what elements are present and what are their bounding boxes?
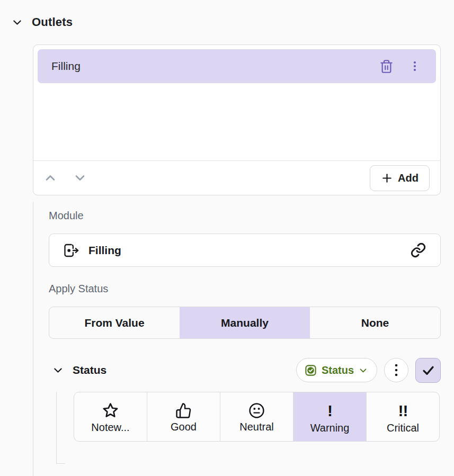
outlets-list-panel: Filling [33,44,441,195]
status-option-label: Critical [387,422,419,434]
chevron-down-icon [359,366,368,375]
module-outlet-icon [62,243,79,258]
status-option-label: Good [171,421,197,433]
status-option-noteworthy[interactable]: Notew... [74,392,147,441]
add-outlet-button[interactable]: Add [370,165,430,191]
status-menu-button[interactable] [384,358,408,382]
status-header-actions: Status [296,358,441,383]
neutral-face-icon [248,402,265,419]
status-value-picker: Notew... Good Neutral ! Warning !! Criti… [74,392,440,442]
status-option-label: Notew... [91,421,129,434]
indent-guide-line [33,202,33,476]
segment-manually[interactable]: Manually [180,307,310,338]
reorder-controls [42,169,88,186]
status-option-label: Warning [310,422,350,434]
star-icon [102,402,119,419]
status-option-critical[interactable]: !! Critical [366,392,439,441]
status-type-dropdown[interactable]: Status [296,358,377,382]
status-section-title: Status [73,364,106,376]
module-field-value: Filling [88,244,121,257]
apply-status-segmented-control: From Value Manually None [49,307,441,339]
module-field[interactable]: Filling [49,233,441,267]
chevron-up-icon [43,170,58,185]
outlet-list-item[interactable]: Filling [38,49,436,83]
link-module-button[interactable] [409,241,428,259]
segment-none[interactable]: None [310,307,440,338]
segment-from-value[interactable]: From Value [49,307,180,338]
kebab-menu-icon [390,362,402,378]
outlet-item-actions [378,58,422,75]
trash-icon [379,59,394,74]
move-down-button[interactable] [72,169,88,186]
status-section-header: Status Status [49,357,441,383]
outlet-detail-form: Module Filling Apply Status From Value M… [49,209,441,442]
outlet-item-menu-button[interactable] [407,59,422,74]
outlets-section-header[interactable]: Outlets [0,0,454,29]
apply-status-label: Apply Status [49,283,441,295]
status-confirm-button[interactable] [415,358,441,383]
outlets-list: Filling [33,45,440,160]
double-exclamation-icon: !! [398,402,408,420]
status-option-warning[interactable]: ! Warning [293,392,366,441]
exclamation-icon: ! [327,402,332,420]
status-option-good[interactable]: Good [147,392,220,441]
module-field-label: Module [49,210,441,222]
chevron-down-icon [12,17,23,28]
add-button-label: Add [398,172,419,184]
link-icon [410,242,426,258]
plus-icon [381,172,393,184]
checkmark-icon [421,363,435,378]
outlet-item-label: Filling [51,60,81,73]
outlets-title: Outlets [32,15,73,29]
chevron-down-icon [73,170,87,185]
delete-outlet-button[interactable] [378,58,395,75]
status-option-neutral[interactable]: Neutral [220,392,293,441]
outlets-list-footer: Add [33,160,440,195]
move-up-button[interactable] [42,169,59,186]
status-badge-icon [305,364,317,376]
kebab-menu-icon [408,60,421,73]
chevron-down-icon[interactable] [52,365,64,376]
thumbs-up-icon [175,402,192,419]
status-option-label: Neutral [239,421,273,433]
status-dropdown-label: Status [322,364,354,376]
